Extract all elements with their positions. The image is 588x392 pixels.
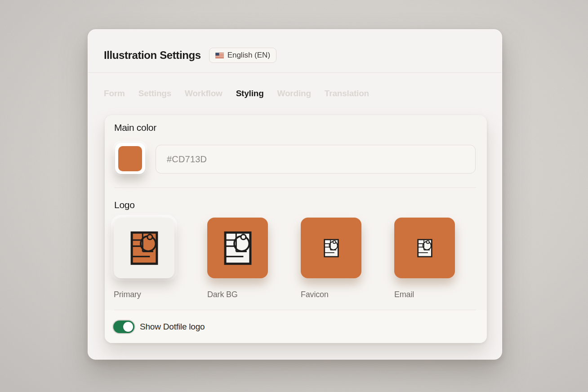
dotfile-logo-icon: [130, 231, 158, 265]
language-label: English (EN): [227, 51, 270, 60]
logo-variant-favicon-group: Favicon: [301, 218, 361, 299]
dialog-header: Illustration Settings English (EN): [104, 47, 276, 63]
tab-wording[interactable]: Wording: [277, 89, 311, 98]
show-dotfile-logo-toggle[interactable]: [113, 321, 134, 333]
tab-settings[interactable]: Settings: [138, 89, 171, 98]
dotfile-logo-icon: [224, 231, 252, 265]
language-selector-button[interactable]: English (EN): [209, 48, 276, 63]
main-color-hex-input[interactable]: [156, 145, 476, 174]
dialog-title: Illustration Settings: [104, 49, 201, 62]
tab-workflow[interactable]: Workflow: [185, 89, 223, 98]
tab-translation[interactable]: Translation: [325, 89, 369, 98]
styling-panel: Main color Logo Primary Da: [105, 115, 487, 343]
logo-variant-label: Dark BG: [207, 290, 268, 299]
tab-styling[interactable]: Styling: [236, 89, 264, 98]
us-flag-icon: [215, 53, 224, 58]
dotfile-logo-icon: [417, 239, 432, 258]
desktop-background: Illustration Settings English (EN): [0, 0, 588, 392]
logo-heading: Logo: [114, 200, 135, 210]
tab-form[interactable]: Form: [104, 89, 125, 98]
logo-variant-darkbg-group: Dark BG: [207, 218, 268, 299]
toggle-knob: [123, 322, 133, 332]
logo-variant-label: Favicon: [301, 290, 361, 299]
logo-variant-primary-group: Primary: [114, 218, 174, 299]
section-divider: [114, 187, 476, 188]
logo-variant-primary-tile[interactable]: [114, 218, 174, 278]
header-divider: [88, 72, 502, 73]
logo-variant-darkbg-tile[interactable]: [207, 218, 268, 278]
card-footer: Show Dotfile logo: [105, 310, 487, 343]
settings-tab-bar: Form Settings Workflow Styling Wording T…: [104, 89, 369, 98]
logo-variant-email-tile[interactable]: [394, 218, 455, 278]
logo-variant-label: Primary: [114, 290, 174, 299]
logo-variant-label: Email: [394, 290, 455, 299]
main-color-swatch-button[interactable]: [115, 143, 145, 174]
show-dotfile-logo-label: Show Dotfile logo: [140, 322, 205, 332]
illustration-settings-dialog: Illustration Settings English (EN): [88, 29, 502, 360]
main-color-heading: Main color: [114, 122, 156, 133]
logo-variant-email-group: Email: [394, 218, 455, 299]
logo-variant-favicon-tile[interactable]: [301, 218, 361, 278]
logo-variants-row: Primary Dark BG Favicon: [114, 218, 455, 299]
dotfile-logo-icon: [324, 239, 339, 258]
main-color-swatch: [118, 146, 142, 171]
